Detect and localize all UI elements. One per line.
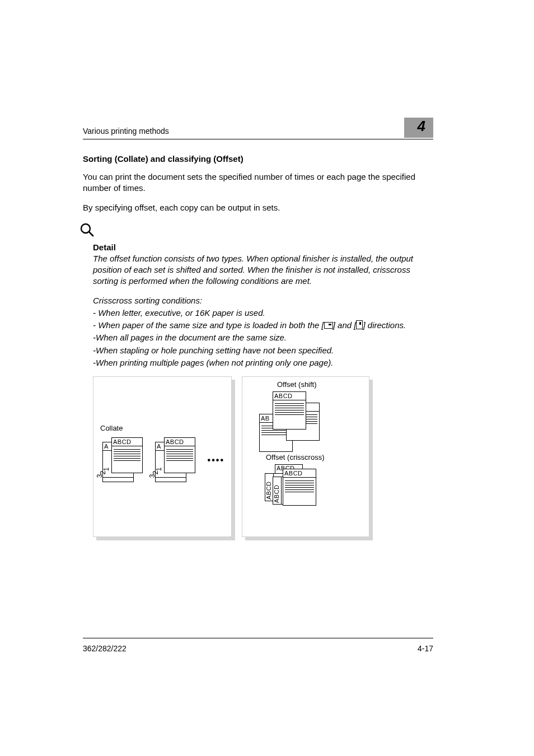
sheet-text: ABCD [165,438,195,446]
running-head: Various printing methods [83,127,169,138]
landscape-paper-icon [324,322,333,329]
conditions-intro: Crisscross sorting conditions: [93,295,433,306]
condition-2-prefix: - When paper of the same size and type i… [93,320,324,330]
detail-block: Detail The offset function consists of t… [83,222,433,368]
body-paragraph-2: By specifying offset, each copy can be o… [83,202,433,213]
magnifier-icon [79,222,433,240]
body-paragraph-1: You can print the document sets the spec… [83,171,433,194]
stack-number-2b: 2 [152,471,160,475]
collate-label: Collate [100,424,123,432]
ellipsis-icon: •••• [208,455,224,465]
condition-2-mid: ] and [ [333,320,357,330]
sheet-text: ABCD [283,469,316,478]
sheet-text: ABCD [273,392,306,400]
detail-paragraph: The offset function consists of two type… [93,253,433,287]
condition-1: - When letter, executive, or 16K paper i… [93,307,433,319]
offset-crisscross-label: Offset (crisscross) [266,453,325,461]
footer-page-number: 4-17 [418,644,433,653]
chapter-number-tab: 4 [404,118,433,138]
stack-number-1b: 1 [155,468,163,472]
footer-model: 362/282/222 [83,644,127,653]
detail-label: Detail [93,242,433,252]
offset-shift-label: Offset (shift) [277,380,317,389]
condition-5: -When printing multiple pages (when not … [93,357,433,368]
sheet-text: ABCD [273,477,282,504]
stack-number-3b: 3 [148,474,156,478]
page-footer: 362/282/222 4-17 [83,638,433,653]
condition-2-suffix: ] directions. [363,320,406,330]
diagram-area: Collate A A ABCD 3 2 1 A A ABCD [93,376,433,537]
sheet-text: ABCD [112,438,142,446]
section-heading: Sorting (Collate) and classifying (Offse… [83,154,433,164]
stack-number-2: 2 [99,471,107,475]
condition-4: -When stapling or hole punching setting … [93,345,433,356]
portrait-paper-icon [356,320,363,329]
collate-panel: Collate A A ABCD 3 2 1 A A ABCD [93,376,232,537]
stack-number-1: 1 [102,468,110,472]
page-header: Various printing methods 4 [83,118,433,139]
condition-2: - When paper of the same size and type i… [93,320,433,331]
svg-line-1 [89,232,93,236]
condition-3: -When all pages in the document are the … [93,332,433,343]
offset-panel: Offset (shift) AB CD ABCD Offset (crissc… [242,376,369,537]
stack-number-3: 3 [96,474,104,478]
